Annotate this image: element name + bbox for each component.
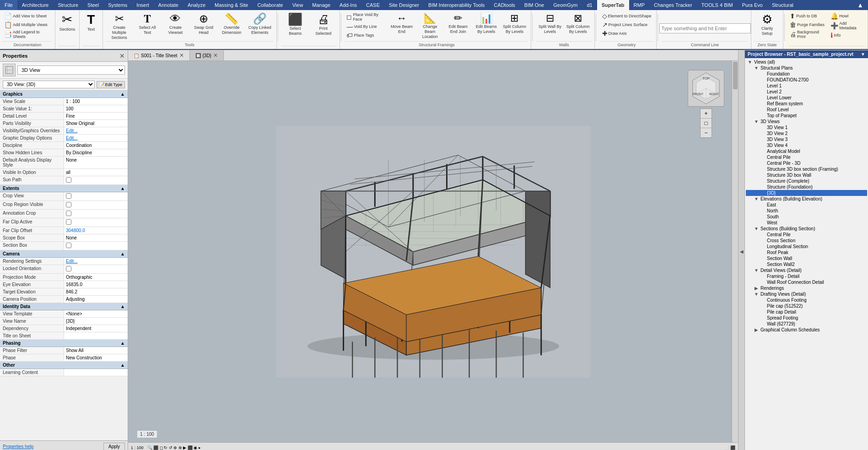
tab-bim-interop[interactable]: BIM Interoperability Tools — [424, 0, 489, 10]
place-tags-btn[interactable]: 🏷 Place Tags — [345, 31, 387, 39]
add-metadata-btn[interactable]: ➕ Add Metadata — [829, 21, 865, 31]
tree-renderings[interactable]: ▶ Renderings — [746, 285, 867, 291]
add-view-to-sheet-btn[interactable]: 📄 Add View to Sheet — [3, 12, 52, 20]
tab-systems[interactable]: Systems — [103, 0, 132, 10]
tab-3d[interactable]: 🔲 {3D} ✕ — [190, 50, 224, 60]
tree-west[interactable]: West — [746, 220, 867, 226]
tab-manage[interactable]: Manage — [307, 0, 335, 10]
background-print-btn[interactable]: 🖨 Background Print — [788, 29, 828, 39]
push-to-db-btn[interactable]: ⬆ Push to DB — [788, 12, 828, 20]
tree-level1[interactable]: Level 1 — [746, 83, 867, 89]
toggle-renderings[interactable]: ▶ — [753, 286, 760, 291]
tree-ref-beam[interactable]: Ref Beam system — [746, 101, 867, 107]
tree-roof-peak[interactable]: Roof Peak — [746, 249, 867, 255]
toggle-3d-views[interactable]: ▼ — [753, 119, 760, 124]
camera-section-header[interactable]: Camera▲ — [0, 250, 128, 258]
tree-east[interactable]: East — [746, 202, 867, 208]
tree-cross-section[interactable]: Cross Section — [746, 238, 867, 244]
tree-south[interactable]: South — [746, 214, 867, 220]
clarity-setup-btn[interactable]: ⚙ Clarity Setup — [754, 12, 780, 38]
tree-3dview1[interactable]: 3D View 1 — [746, 125, 867, 130]
title-sheet-close-btn[interactable]: ✕ — [179, 52, 184, 59]
identity-section-header[interactable]: Identity Data▲ — [0, 303, 128, 310]
add-multiple-views-btn[interactable]: 📋 Add Multiple Views — [3, 21, 52, 29]
tab-cadtools[interactable]: CADtools — [489, 0, 519, 10]
tree-structure-complete[interactable]: Structure (Complete) — [746, 178, 867, 184]
text-btn[interactable]: T Text — [82, 12, 100, 33]
tree-section-wall[interactable]: Section Wall — [746, 255, 867, 261]
split-column-levels2-btn[interactable]: ⊠ Split Column By Levels — [565, 12, 592, 36]
apply-btn[interactable]: Apply — [103, 443, 125, 450]
tab-analyze[interactable]: Analyze — [183, 0, 210, 10]
toggle-sections[interactable]: ▼ — [753, 226, 760, 231]
create-multiple-sections-btn[interactable]: ✂ Create Multiple Sections — [106, 12, 133, 41]
tab-sitedesigner[interactable]: Site Designer — [384, 0, 424, 10]
split-wall-levels-btn[interactable]: ⊟ Split Wall By Levels — [536, 12, 563, 36]
minimize-ribbon-btn[interactable]: ▲ — [852, 0, 868, 10]
tree-central-pile-sec[interactable]: Central Pile — [746, 232, 867, 238]
properties-close-btn[interactable]: ✕ — [119, 52, 125, 60]
tree-analytical-model[interactable]: Analytical Model — [746, 148, 867, 154]
3d-tab-close-btn[interactable]: ✕ — [213, 52, 218, 59]
tab-supertab[interactable]: SuperTab — [597, 0, 629, 10]
tree-3dview4[interactable]: 3D View 4 — [746, 142, 867, 148]
locked-orient-checkbox[interactable] — [66, 266, 71, 271]
collapse-panel-btn[interactable]: ◀ — [738, 50, 744, 450]
edit-beam-end-join-btn[interactable]: ✏ Edit Beam End Join — [444, 12, 472, 36]
print-selected-btn[interactable]: 🖨 Print Selected — [310, 12, 337, 38]
add-legend-btn[interactable]: 📑 Add Legend to Sheets — [3, 29, 52, 39]
tab-view[interactable]: View — [288, 0, 308, 10]
tab-d1[interactable]: d1 — [582, 0, 597, 10]
draw-axis-btn[interactable]: ✚ Draw Axis — [601, 29, 653, 38]
crop-view-checkbox[interactable] — [66, 193, 71, 199]
tab-rmp[interactable]: RMP — [629, 0, 649, 10]
copy-linked-btn[interactable]: 🔗 Copy Linked Elements — [246, 12, 273, 37]
browser-tree[interactable]: ▼ Views (all) ▼ Structural Plans Foundat… — [745, 58, 868, 450]
tab-steel[interactable]: Steel — [83, 0, 103, 10]
tree-foundation-2700[interactable]: FOUNDATION-2700 — [746, 77, 867, 83]
tab-tools4bim[interactable]: TOOLS 4 BIM — [697, 0, 738, 10]
tree-continuous-footing[interactable]: Continuous Footing — [746, 297, 867, 303]
howl-btn[interactable]: 🔔 Howl — [829, 12, 865, 20]
tree-section-wall2[interactable]: Section Wall2 — [746, 261, 867, 267]
toggle-drafting-views[interactable]: ▼ — [753, 292, 760, 297]
tab-insert[interactable]: Insert — [132, 0, 154, 10]
sun-path-checkbox[interactable] — [66, 177, 71, 183]
select-beams-btn[interactable]: ⬛ Select Beams — [281, 12, 308, 38]
move-beam-end-btn[interactable]: ↔ Move Beam End — [388, 12, 415, 36]
tree-elevations[interactable]: ▼ Elevations (Building Elevation) — [746, 196, 867, 202]
graphics-section-header[interactable]: Graphics▲ — [0, 91, 128, 98]
tree-central-pile[interactable]: Central Pile — [746, 154, 867, 160]
project-lines-surface-btn[interactable]: ↗ Project Lines Surface — [601, 21, 653, 29]
tab-structural[interactable]: Structural — [767, 0, 798, 10]
toggle-elevations[interactable]: ▼ — [753, 196, 760, 201]
tree-framing-detail[interactable]: Framing - Detail — [746, 273, 867, 279]
void-by-line-btn[interactable]: — Void By Line — [345, 22, 387, 31]
override-dimension-btn[interactable]: 📏 Override Dimension — [218, 12, 245, 37]
extents-section-header[interactable]: Extents▲ — [0, 185, 128, 192]
tree-foundation[interactable]: Foundation — [746, 71, 867, 77]
tree-spread-footing[interactable]: Spread Footing — [746, 315, 867, 321]
crop-region-checkbox[interactable] — [66, 202, 71, 207]
toggle-detail-views[interactable]: ▼ — [753, 268, 760, 273]
tree-level2[interactable]: Level 2 — [746, 89, 867, 95]
tab-massing[interactable]: Massing & Site — [210, 0, 253, 10]
tree-drafting-views[interactable]: ▼ Drafting Views (Detail) — [746, 291, 867, 297]
properties-help-link[interactable]: Properties help — [3, 444, 33, 449]
tab-architecture[interactable]: Architecture — [17, 0, 54, 10]
tree-views-all[interactable]: ▼ Views (all) — [746, 59, 867, 65]
command-line-input[interactable] — [659, 23, 751, 33]
place-void-face-btn[interactable]: ◻ Place Void By Face — [345, 12, 387, 22]
toggle-structural-plans[interactable]: ▼ — [753, 65, 760, 70]
tree-level-lower[interactable]: Level Lower — [746, 95, 867, 101]
tree-wall-627[interactable]: Wall (627729) — [746, 321, 867, 327]
zoom-out-btn[interactable]: − — [701, 128, 711, 137]
tree-3d-views[interactable]: ▼ 3D Views — [746, 119, 867, 125]
tree-north[interactable]: North — [746, 208, 867, 214]
tab-annotate[interactable]: Annotate — [154, 0, 183, 10]
tree-top-parapet[interactable]: Top of Parapet — [746, 113, 867, 119]
tree-central-pile-3d[interactable]: Central Pile - 3D — [746, 160, 867, 166]
phasing-section-header[interactable]: Phasing▲ — [0, 340, 128, 347]
tab-case[interactable]: CASE — [361, 0, 384, 10]
tab-collaborate[interactable]: Collaborate — [253, 0, 287, 10]
